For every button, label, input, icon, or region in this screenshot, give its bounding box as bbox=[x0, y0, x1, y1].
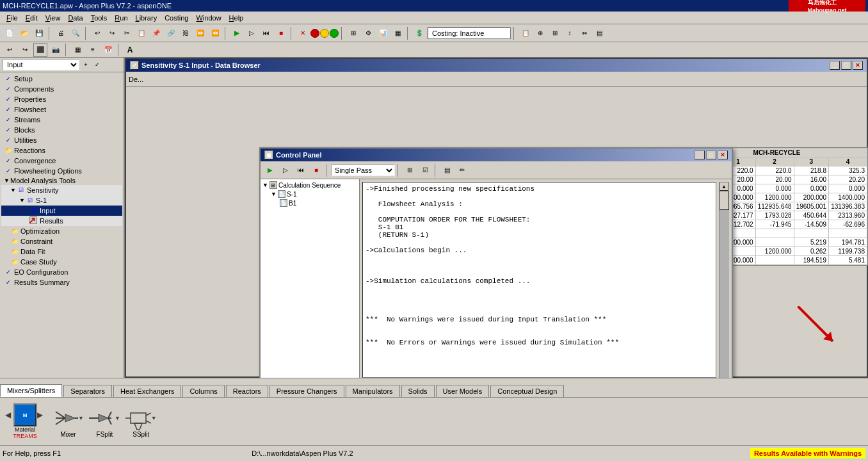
fsplit-dropdown-arrow[interactable]: ▼ bbox=[115, 415, 120, 421]
tb-paste[interactable]: 📌 bbox=[149, 26, 163, 40]
cp-tree-b1[interactable]: 📄 B1 bbox=[262, 198, 358, 207]
mixer-dropdown-arrow[interactable]: ▼ bbox=[78, 415, 84, 421]
tb-extra1[interactable]: 📋 bbox=[518, 26, 533, 40]
cp-tree-s1-group[interactable]: ▼ 📄 S-1 bbox=[262, 190, 358, 198]
sidebar-item-reactions[interactable]: 📁 Reactions bbox=[1, 145, 122, 156]
tb-connect2[interactable]: ⛓ bbox=[179, 26, 193, 40]
tb-costing-icon[interactable]: 💲 bbox=[412, 26, 426, 40]
tb-back[interactable]: ⏪ bbox=[208, 26, 222, 40]
tab-reactors[interactable]: Reactors bbox=[226, 385, 268, 397]
tb-table[interactable]: ▦ bbox=[390, 26, 405, 40]
menu-library[interactable]: Library bbox=[132, 13, 161, 23]
tb-run1[interactable]: ✕ bbox=[296, 26, 310, 40]
sidebar-item-s1[interactable]: ▼ ☑ S-1 bbox=[1, 195, 122, 206]
cp-tb-icon1[interactable]: ⊞ bbox=[403, 163, 417, 177]
db-close[interactable]: ✕ bbox=[853, 61, 863, 70]
tab-manipulators[interactable]: Manipulators bbox=[346, 385, 400, 397]
tb-new[interactable]: 📄 bbox=[3, 26, 17, 40]
menu-file[interactable]: File bbox=[3, 13, 22, 23]
cp-tree-calc-seq[interactable]: ▼ ⊞ Calculation Sequence bbox=[262, 181, 358, 190]
tb-extra2[interactable]: ⊕ bbox=[533, 26, 547, 40]
material-icon[interactable]: M bbox=[13, 403, 36, 426]
tb-report[interactable]: 📊 bbox=[376, 26, 390, 40]
menu-data[interactable]: Data bbox=[64, 13, 86, 23]
sidebar-item-properties[interactable]: ✓ Properties bbox=[1, 94, 122, 104]
tab-conceptual-design[interactable]: Conceptual Design bbox=[490, 385, 564, 397]
cp-minimize[interactable]: _ bbox=[695, 150, 705, 159]
sidebar-item-datafit[interactable]: 📁 Data Fit bbox=[1, 247, 122, 257]
sidebar-item-model-analysis[interactable]: ▼ Model Analysis Tools bbox=[1, 176, 122, 185]
sidebar-btn2[interactable]: ✓ bbox=[92, 60, 102, 70]
tab-mixers-splitters[interactable]: Mixers/Splitters bbox=[0, 384, 62, 397]
db-minimize[interactable]: _ bbox=[830, 61, 840, 70]
tab-pressure-changers[interactable]: Pressure Changers bbox=[269, 385, 344, 397]
tab-user-models[interactable]: User Models bbox=[436, 385, 490, 397]
tray-item-mixer[interactable]: ▼ Mixer bbox=[51, 404, 85, 439]
cp-log[interactable]: ->Finished processing new specifications… bbox=[362, 182, 716, 378]
tb-print[interactable]: 🖨 bbox=[54, 26, 68, 40]
cp-tb-layout[interactable]: ▤ bbox=[440, 163, 454, 177]
tb-extra3[interactable]: ⊞ bbox=[548, 26, 562, 40]
sidebar-item-flowsheeting[interactable]: ✓ Flowsheeting Options bbox=[1, 166, 122, 176]
cp-tb-rewind[interactable]: ⏮ bbox=[294, 163, 308, 177]
sidebar-item-blocks[interactable]: ✓ Blocks bbox=[1, 125, 122, 135]
tb-copy[interactable]: 📋 bbox=[134, 26, 149, 40]
sidebar-item-results-summary[interactable]: ✓ Results Summary bbox=[1, 277, 122, 287]
menu-view[interactable]: View bbox=[42, 13, 65, 23]
tb-grid[interactable]: ⊞ bbox=[346, 26, 360, 40]
tb-save[interactable]: 💾 bbox=[32, 26, 46, 40]
tb-rewind[interactable]: ⏮ bbox=[259, 26, 273, 40]
sidebar-item-streams[interactable]: ✓ Streams bbox=[1, 115, 122, 125]
tb2-letter[interactable]: A bbox=[123, 43, 137, 57]
sidebar-item-optimization[interactable]: 📁 Optimization bbox=[1, 226, 122, 236]
tb2-3[interactable]: ⬛ bbox=[33, 43, 47, 57]
sidebar-item-utilities[interactable]: ✓ Utilities bbox=[1, 135, 122, 145]
tb-open[interactable]: 📂 bbox=[17, 26, 31, 40]
sidebar-item-input[interactable]: ☑ Input bbox=[1, 206, 122, 216]
tb2-grid2[interactable]: ▦ bbox=[70, 43, 84, 57]
sidebar-btn1[interactable]: + bbox=[81, 60, 91, 70]
tb-circle-yellow[interactable] bbox=[320, 29, 329, 38]
tb-play[interactable]: ▶ bbox=[230, 26, 244, 40]
tab-heat-exchangers[interactable]: Heat Exchangers bbox=[113, 385, 181, 397]
tb-extra4[interactable]: ↕ bbox=[563, 26, 577, 40]
menu-tools[interactable]: Tools bbox=[87, 13, 111, 23]
tb-undo[interactable]: ↩ bbox=[90, 26, 104, 40]
cp-v-scroll-track[interactable] bbox=[719, 191, 729, 378]
tb-forward[interactable]: ⏩ bbox=[193, 26, 207, 40]
tb-find[interactable]: 🔍 bbox=[68, 26, 83, 40]
tb-step[interactable]: ▷ bbox=[245, 26, 259, 40]
tb2-calendar[interactable]: 📅 bbox=[101, 43, 115, 57]
cp-tb-format[interactable]: ✏ bbox=[455, 163, 469, 177]
tray-item-fsplit[interactable]: ▼ FSplit bbox=[88, 404, 122, 439]
tb-redo[interactable]: ↪ bbox=[105, 26, 119, 40]
tray-item-ssplit[interactable]: ▼ SSplit bbox=[124, 404, 158, 439]
tb2-list[interactable]: ≡ bbox=[86, 43, 100, 57]
tb-connect[interactable]: 🔗 bbox=[164, 26, 178, 40]
tab-solids[interactable]: Solids bbox=[401, 385, 435, 397]
sidebar-item-eo-config[interactable]: ✓ EO Configuration bbox=[1, 267, 122, 277]
db-maximize[interactable]: □ bbox=[841, 61, 851, 70]
tb2-2[interactable]: ↪ bbox=[18, 43, 32, 57]
tb2-photo[interactable]: 📷 bbox=[49, 43, 63, 57]
menu-run[interactable]: Run bbox=[111, 13, 131, 23]
cp-close[interactable]: ✕ bbox=[718, 150, 728, 159]
material-right-arrow[interactable]: ▶ bbox=[37, 410, 45, 419]
cp-v-scroll[interactable]: ▲ ▼ bbox=[719, 182, 729, 378]
cp-v-scroll-thumb[interactable] bbox=[719, 191, 729, 210]
cp-v-scroll-up[interactable]: ▲ bbox=[719, 182, 728, 191]
tb-extra5[interactable]: ⇔ bbox=[577, 26, 591, 40]
cp-tb-stop[interactable]: ■ bbox=[309, 163, 323, 177]
menu-edit[interactable]: Edit bbox=[22, 13, 42, 23]
sidebar-dropdown[interactable]: Input Results bbox=[3, 59, 79, 70]
material-left-arrow[interactable]: ◀ bbox=[5, 410, 13, 419]
menu-help[interactable]: Help bbox=[225, 13, 248, 23]
sidebar-item-results[interactable]: ↗ Results bbox=[1, 216, 122, 226]
tb-circle-red[interactable] bbox=[310, 29, 319, 38]
sidebar-item-constraint[interactable]: 📁 Constraint bbox=[1, 236, 122, 247]
cp-tb-check[interactable]: ☑ bbox=[418, 163, 432, 177]
tb-stop[interactable]: ■ bbox=[274, 26, 288, 40]
tb-extra6[interactable]: ▤ bbox=[592, 26, 606, 40]
sidebar-item-casestudy[interactable]: 📁 Case Study bbox=[1, 257, 122, 267]
tb-cut[interactable]: ✂ bbox=[120, 26, 134, 40]
